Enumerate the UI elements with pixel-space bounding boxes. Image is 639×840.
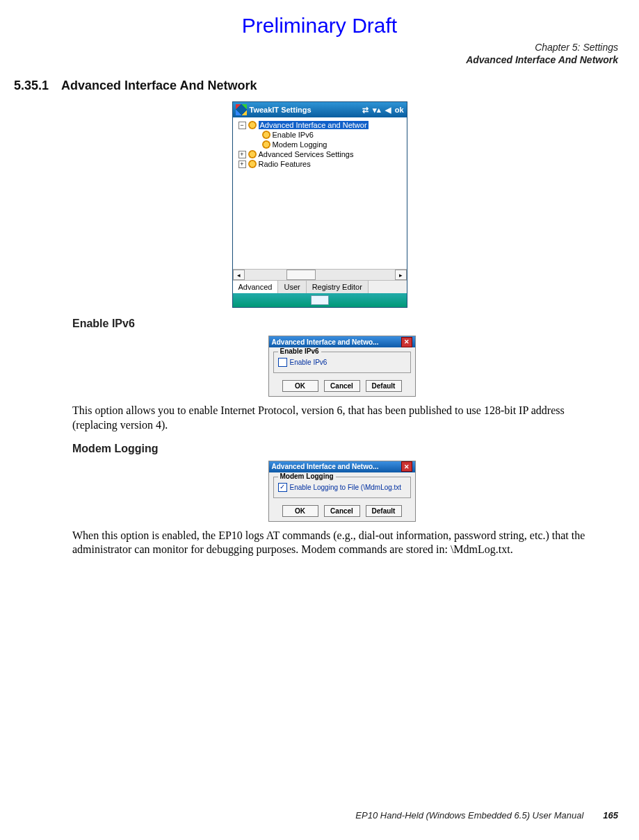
volume-icon[interactable]: ◀ [385, 106, 391, 115]
ok-button[interactable]: OK [282, 380, 318, 392]
keyboard-icon[interactable] [311, 295, 329, 305]
checkbox-enable-logging[interactable]: ✓ [278, 483, 287, 492]
tree-node-radio-features[interactable]: + Radio Features [234, 159, 405, 169]
chapter-header: Chapter 5: Settings Advanced Interface A… [21, 42, 618, 66]
ipv6-dialog: Advanced Interface and Netwo... ✕ Enable… [268, 336, 416, 397]
tweakit-titlebar: TweakIT Settings ⇄ ▾▴ ◀ ok [233, 102, 407, 117]
sip-bar[interactable] [233, 293, 407, 307]
page-footer: EP10 Hand-Held (Windows Embedded 6.5) Us… [21, 810, 618, 821]
dialog-title: Advanced Interface and Netwo... [272, 338, 379, 346]
tab-bar: Advanced User Registry Editor [233, 280, 407, 293]
ok-button[interactable]: ok [395, 106, 404, 114]
chapter-line: Chapter 5: Settings [21, 42, 618, 54]
scroll-left-button[interactable]: ◂ [233, 270, 245, 280]
groupbox-modem-logging: Modem Logging ✓ Enable Logging to File (… [273, 477, 411, 498]
tree-label: Advanced Services Settings [259, 150, 354, 158]
checkbox-enable-ipv6[interactable] [278, 358, 287, 367]
dialog-title: Advanced Interface and Netwo... [272, 463, 379, 470]
tree-view[interactable]: − Advanced Interface and Networ Enable I… [233, 117, 407, 269]
dialog-titlebar: Advanced Interface and Netwo... ✕ [269, 336, 415, 347]
scroll-thumb[interactable] [286, 270, 316, 280]
section-heading: 5.35.1 Advanced Interface And Network [14, 79, 618, 93]
default-button[interactable]: Default [366, 380, 402, 392]
checkbox-label: Enable Logging to File (\MdmLog.txt [290, 484, 402, 491]
tree-node-modem-logging[interactable]: Modem Logging [234, 140, 405, 149]
cancel-button[interactable]: Cancel [324, 505, 360, 517]
scroll-right-button[interactable]: ▸ [395, 270, 407, 280]
checkbox-row[interactable]: Enable IPv6 [278, 358, 406, 367]
chapter-subline: Advanced Interface And Network [21, 54, 618, 67]
groupbox-enable-ipv6: Enable IPv6 Enable IPv6 [273, 352, 411, 373]
body-column: Enable IPv6 Advanced Interface and Netwo… [72, 318, 611, 557]
tweakit-window: TweakIT Settings ⇄ ▾▴ ◀ ok − Advanced In… [232, 101, 407, 308]
gear-icon [262, 140, 270, 149]
tray-area: ⇄ ▾▴ ◀ ok [362, 106, 404, 115]
tab-advanced[interactable]: Advanced [233, 281, 279, 293]
cancel-button[interactable]: Cancel [324, 380, 360, 392]
tweakit-title: TweakIT Settings [250, 106, 312, 114]
button-row: OK Cancel Default [269, 502, 415, 521]
paragraph-modem-logging: When this option is enabled, the EP10 lo… [72, 529, 611, 558]
expand-icon[interactable]: + [238, 151, 246, 158]
close-icon[interactable]: ✕ [401, 337, 412, 347]
group-legend: Enable IPv6 [278, 347, 321, 355]
tree-node-advanced-interface[interactable]: − Advanced Interface and Networ [234, 120, 405, 130]
collapse-icon[interactable]: − [238, 122, 246, 129]
section-title: Advanced Interface And Network [61, 79, 257, 93]
paragraph-ipv6: This option allows you to enable Interne… [72, 404, 611, 433]
preliminary-draft-heading: Preliminary Draft [21, 14, 618, 38]
tree-label: Enable IPv6 [273, 131, 314, 139]
tab-user[interactable]: User [278, 281, 306, 293]
button-row: OK Cancel Default [269, 377, 415, 396]
figure-modem-logging-dialog: Advanced Interface and Netwo... ✕ Modem … [72, 461, 611, 522]
figure-enable-ipv6-dialog: Advanced Interface and Netwo... ✕ Enable… [72, 336, 611, 397]
tree-node-enable-ipv6[interactable]: Enable IPv6 [234, 130, 405, 140]
tab-registry-editor[interactable]: Registry Editor [307, 281, 369, 293]
section-number: 5.35.1 [14, 79, 49, 93]
signal-icon[interactable]: ▾▴ [373, 106, 381, 115]
footer-manual-title: EP10 Hand-Held (Windows Embedded 6.5) Us… [355, 810, 583, 821]
gear-icon [248, 160, 257, 168]
gear-icon [248, 150, 257, 158]
ok-button[interactable]: OK [282, 505, 318, 517]
tree-label-selected: Advanced Interface and Networ [259, 121, 369, 129]
tree-label: Radio Features [259, 160, 311, 168]
tree-node-advanced-services[interactable]: + Advanced Services Settings [234, 149, 405, 159]
page-number: 165 [603, 810, 618, 821]
figure-tweakit: TweakIT Settings ⇄ ▾▴ ◀ ok − Advanced In… [21, 101, 618, 308]
dialog-titlebar: Advanced Interface and Netwo... ✕ [269, 461, 415, 472]
tree-label: Modem Logging [273, 140, 327, 149]
expand-icon[interactable]: + [238, 160, 246, 168]
checkbox-row[interactable]: ✓ Enable Logging to File (\MdmLog.txt [278, 483, 406, 492]
modem-logging-dialog: Advanced Interface and Netwo... ✕ Modem … [268, 461, 416, 522]
connectivity-icon[interactable]: ⇄ [362, 106, 369, 115]
subheading-modem-logging: Modem Logging [72, 443, 611, 455]
start-icon[interactable] [236, 104, 247, 115]
gear-icon [248, 121, 257, 129]
close-icon[interactable]: ✕ [401, 461, 412, 472]
checkbox-label: Enable IPv6 [290, 359, 327, 366]
page: Preliminary Draft Chapter 5: Settings Ad… [0, 0, 639, 840]
h-scrollbar[interactable]: ◂ ▸ [233, 269, 407, 280]
group-legend: Modem Logging [278, 472, 336, 480]
gear-icon [262, 131, 270, 139]
subheading-enable-ipv6: Enable IPv6 [72, 318, 611, 330]
default-button[interactable]: Default [366, 505, 402, 517]
